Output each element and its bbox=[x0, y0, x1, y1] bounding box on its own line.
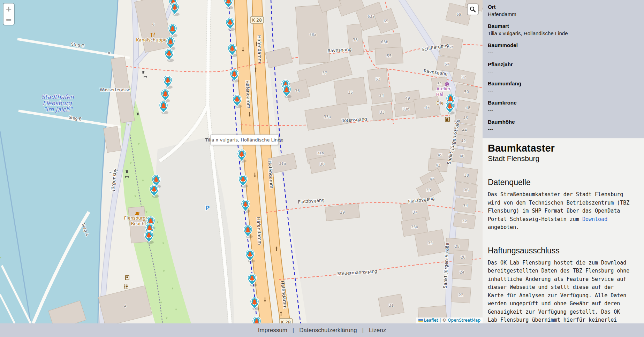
download-link[interactable]: Download bbox=[582, 216, 607, 222]
map-label: Hal bbox=[436, 92, 444, 97]
field-value: Tilia x vulgaris, Holländische Linde bbox=[488, 30, 639, 37]
zoom-in-button[interactable]: + bbox=[3, 3, 14, 14]
map[interactable]: 638a63a653863b556967573753363534334933b4… bbox=[0, 0, 483, 323]
house-number: 22 bbox=[459, 293, 463, 297]
map-canvas: 638a63a653863b556967573753363534334933b4… bbox=[0, 0, 483, 323]
house-number: 63b bbox=[381, 40, 388, 44]
house-number: 48 bbox=[465, 106, 470, 110]
house-number: 42 bbox=[461, 139, 466, 143]
field-value: Hafendamm bbox=[488, 10, 639, 18]
section-heading: Datenquelle bbox=[488, 177, 639, 187]
leaflet-link[interactable]: Leaflet bbox=[424, 318, 438, 323]
map-label: Stadthafen bbox=[41, 93, 74, 100]
page-subtitle: Stadt Flensburg bbox=[488, 154, 639, 163]
house-number: 36 bbox=[464, 188, 469, 192]
tree-info-field: Pflanzjahr--- bbox=[488, 61, 639, 75]
field-label: Baumart bbox=[488, 22, 639, 30]
house-number: 6 bbox=[152, 22, 155, 27]
map-label: "im jaich" bbox=[44, 106, 73, 113]
house-number: 52 bbox=[461, 75, 466, 79]
house-number: 63a bbox=[368, 14, 375, 19]
house-number: 55 bbox=[387, 54, 392, 58]
house-number: 30 bbox=[320, 162, 325, 167]
house-number: 33b bbox=[402, 107, 410, 112]
house-number: 32 bbox=[462, 219, 467, 223]
house-number: 49 bbox=[405, 96, 410, 101]
tree-info-field: Baumhöhe--- bbox=[488, 118, 639, 133]
svg-text:K 28: K 28 bbox=[252, 17, 262, 23]
ukraine-flag-icon bbox=[418, 319, 423, 322]
field-label: Pflanzjahr bbox=[488, 61, 639, 68]
about-panel: Baumkataster Stadt Flensburg Datenquelle… bbox=[483, 138, 644, 323]
openstreetmap-link[interactable]: OpenStreetMap bbox=[448, 318, 480, 323]
field-label: Baumumfang bbox=[488, 80, 639, 87]
zoom-out-button[interactable]: − bbox=[3, 14, 14, 25]
house-number: 37 bbox=[322, 71, 327, 75]
house-number: 24 bbox=[460, 270, 464, 275]
field-label: Baumhöhe bbox=[488, 118, 639, 125]
attribution-separator: | © bbox=[438, 318, 448, 323]
zoom-control: + − bbox=[3, 3, 15, 25]
house-number: 51 bbox=[437, 82, 442, 86]
tree-info-panel: OrtHafendammBaumartTilia x vulgaris, Hol… bbox=[483, 0, 644, 138]
map-label: Atelier bbox=[437, 86, 451, 91]
footer-link-lizenz[interactable]: Lizenz bbox=[369, 327, 386, 334]
house-number: 36 bbox=[295, 89, 300, 93]
tree-info-field: Baumkrone--- bbox=[488, 99, 639, 114]
tree-tooltip: Tilia x vulgaris, Holländische Linde bbox=[210, 135, 278, 145]
map-attribution: Leaflet | © OpenStreetMap bbox=[416, 317, 483, 323]
svg-text:K 28: K 28 bbox=[281, 320, 291, 324]
field-value: --- bbox=[488, 125, 639, 133]
house-number: 34 bbox=[463, 204, 468, 208]
footer-link-datenschutzerklärung[interactable]: Datenschutzerklärung bbox=[299, 327, 357, 334]
house-number: 35 bbox=[348, 90, 353, 95]
tree-info-field: Baummodel--- bbox=[488, 41, 639, 56]
house-number: 31 bbox=[389, 303, 394, 308]
house-number: 35a bbox=[411, 225, 418, 229]
footer: Impressum|Datenschutzerklärung|Lizenz bbox=[0, 323, 644, 337]
map-label: Flensburg bbox=[43, 100, 72, 107]
baumkataster-app: 638a63a653863b556967573753363534334933b4… bbox=[0, 0, 644, 337]
map-label: Hafendamm bbox=[257, 35, 263, 63]
map-label: P bbox=[205, 205, 210, 212]
tree-info-field: Baumumfang--- bbox=[488, 80, 639, 94]
house-number: 28 bbox=[455, 244, 460, 249]
house-number: 69 bbox=[456, 12, 461, 17]
footer-separator: | bbox=[362, 327, 364, 334]
map-label: Wasserterasse bbox=[100, 87, 130, 92]
house-number: 31a bbox=[317, 151, 324, 155]
house-number: 39 bbox=[426, 188, 431, 192]
field-value: --- bbox=[488, 49, 639, 56]
house-number: 34 bbox=[379, 93, 384, 98]
house-number: 46 bbox=[463, 116, 468, 120]
house-number: 33a bbox=[324, 115, 331, 119]
house-number: 29 bbox=[340, 210, 345, 215]
house-number: 43 bbox=[435, 163, 440, 168]
map-label: Die bbox=[437, 100, 444, 106]
house-number: 38a bbox=[309, 32, 317, 37]
map-label: Beach bbox=[131, 221, 145, 226]
house-number: 38 bbox=[353, 38, 358, 42]
field-value: --- bbox=[488, 87, 639, 94]
field-label: Baummodel bbox=[488, 41, 639, 49]
section-text: Das Straßenbaumkataster der Stadt Flensb… bbox=[488, 191, 631, 232]
house-number: 37 bbox=[412, 210, 417, 215]
field-value: --- bbox=[488, 68, 639, 75]
field-value: --- bbox=[488, 106, 639, 114]
house-number: 45 bbox=[438, 153, 442, 158]
tree-info-field: BaumartTilia x vulgaris, Holländische Li… bbox=[488, 22, 639, 37]
house-number: 47 bbox=[425, 105, 430, 110]
section-heading: Haftungsausschluss bbox=[488, 246, 639, 255]
tree-info-field: OrtHafendamm bbox=[488, 3, 639, 18]
footer-link-impressum[interactable]: Impressum bbox=[258, 327, 287, 334]
house-number: 38 bbox=[464, 173, 469, 178]
house-number: 40 bbox=[460, 154, 464, 159]
search-button[interactable] bbox=[468, 4, 478, 15]
house-number: 44 bbox=[462, 128, 467, 132]
house-number: 33 bbox=[380, 110, 385, 115]
footer-separator: | bbox=[293, 327, 294, 334]
house-number: 65 bbox=[384, 19, 388, 23]
search-icon bbox=[469, 6, 476, 13]
house-number: 4 bbox=[124, 304, 127, 308]
house-number: 26 bbox=[461, 255, 465, 260]
